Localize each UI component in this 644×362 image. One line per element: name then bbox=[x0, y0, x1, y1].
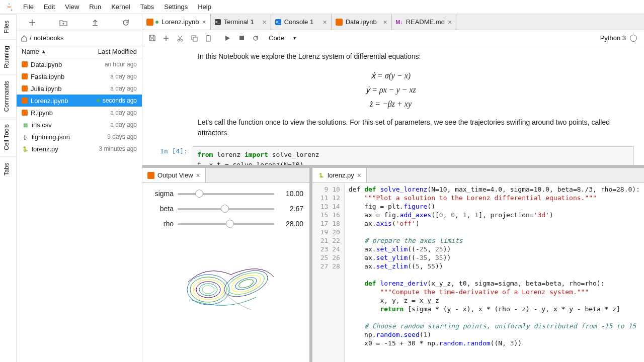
file-time-label: 3 minutes ago bbox=[99, 145, 137, 152]
code-content[interactable]: def def solve_lorenz(N=10, max_time=4.0,… bbox=[345, 183, 644, 362]
col-name[interactable]: Name▲ bbox=[17, 48, 84, 55]
file-time-label: a day ago bbox=[110, 73, 137, 80]
file-name-label: R.ipynb bbox=[31, 109, 53, 117]
file-row[interactable]: R.ipynba day ago bbox=[17, 107, 142, 119]
menu-settings[interactable]: Settings bbox=[159, 1, 193, 13]
file-row[interactable]: 🐍lorenz.py3 minutes ago bbox=[17, 143, 142, 155]
file-row[interactable]: Data.ipynban hour ago bbox=[17, 58, 142, 70]
close-icon[interactable]: × bbox=[196, 171, 200, 179]
notebook-icon bbox=[146, 19, 153, 26]
tab[interactable]: Lorenz.ipynb× bbox=[142, 14, 211, 30]
menu-help[interactable]: Help bbox=[193, 1, 216, 13]
notebook-toolbar: Code▾ Python 3 bbox=[142, 30, 644, 46]
slider-track[interactable] bbox=[178, 204, 274, 213]
tab-label: Terminal 1 bbox=[224, 18, 254, 26]
python-icon: 🐍 bbox=[22, 145, 29, 152]
slider-label: sigma bbox=[148, 190, 174, 198]
file-time-label: an hour ago bbox=[105, 61, 137, 68]
file-browser: / notebooks Name▲ Last Modified Data.ipy… bbox=[17, 14, 142, 362]
breadcrumb-item[interactable]: notebooks bbox=[34, 34, 64, 42]
menu-view[interactable]: View bbox=[60, 1, 84, 13]
output-view-tab[interactable]: Output View × bbox=[142, 168, 206, 183]
col-modified[interactable]: Last Modified bbox=[84, 48, 142, 55]
kernel-name[interactable]: Python 3 bbox=[600, 34, 626, 42]
notebook-icon bbox=[22, 110, 28, 116]
sidebar-tabs: FilesRunningCommandsCell ToolsTabs bbox=[0, 14, 17, 362]
equation: ẏ = ρx − y − xz bbox=[147, 84, 634, 96]
code-cell[interactable]: In [4]: from lorenz import solve_lorenzt… bbox=[147, 146, 634, 165]
editor-panel: 🐍 lorenz.py × 9 10 11 12 13 14 15 16 17 … bbox=[312, 168, 644, 362]
code-input[interactable]: from lorenz import solve_lorenzt, x_t = … bbox=[193, 146, 634, 165]
svg-point-12 bbox=[196, 282, 220, 298]
menu-kernel[interactable]: Kernel bbox=[106, 1, 135, 13]
run-button[interactable] bbox=[221, 32, 234, 44]
code-editor[interactable]: 9 10 11 12 13 14 15 16 17 18 19 20 21 22… bbox=[312, 183, 644, 362]
tab[interactable]: >_Console 1× bbox=[271, 14, 332, 30]
vtab-tabs[interactable]: Tabs bbox=[0, 156, 16, 182]
copy-button[interactable] bbox=[188, 32, 201, 44]
notebook-content[interactable]: In this Notebook we explore the Lorenz s… bbox=[142, 46, 644, 165]
new-folder-button[interactable] bbox=[58, 18, 68, 28]
menu-edit[interactable]: Edit bbox=[39, 1, 60, 13]
markdown-cell: In this Notebook we explore the Lorenz s… bbox=[198, 51, 634, 62]
slider-value: 2.67 bbox=[278, 205, 303, 213]
menubar: FileEditViewRunKernelTabsSettingsHelp bbox=[0, 0, 644, 14]
close-icon[interactable]: × bbox=[262, 18, 266, 26]
notebook-icon bbox=[22, 73, 28, 79]
vtab-commands[interactable]: Commands bbox=[0, 74, 16, 118]
svg-rect-5 bbox=[193, 37, 197, 41]
breadcrumb[interactable]: / notebooks bbox=[17, 31, 142, 45]
slider-label: rho bbox=[148, 220, 174, 228]
add-cell-button[interactable] bbox=[159, 32, 173, 44]
file-row[interactable]: Julia.ipynba day ago bbox=[17, 82, 142, 95]
vtab-files[interactable]: Files bbox=[0, 14, 16, 39]
tab[interactable]: >_Terminal 1× bbox=[211, 14, 271, 30]
slider-track[interactable] bbox=[178, 219, 274, 228]
slider-beta: beta2.67 bbox=[148, 204, 303, 213]
json-icon: {} bbox=[22, 133, 29, 140]
svg-point-19 bbox=[238, 278, 255, 289]
close-icon[interactable]: × bbox=[383, 18, 387, 26]
vtab-running[interactable]: Running bbox=[0, 39, 16, 74]
refresh-button[interactable] bbox=[121, 18, 131, 28]
file-row[interactable]: {}lightning.json9 days ago bbox=[17, 131, 142, 143]
cell-prompt: In [4]: bbox=[147, 146, 193, 165]
close-icon[interactable]: × bbox=[202, 18, 206, 26]
jupyter-logo bbox=[4, 2, 14, 12]
close-icon[interactable]: × bbox=[323, 18, 327, 26]
save-button[interactable] bbox=[145, 32, 158, 44]
file-time-label: a day ago bbox=[110, 109, 137, 116]
file-toolbar bbox=[17, 14, 142, 31]
kernel-status-icon[interactable] bbox=[630, 35, 637, 42]
close-icon[interactable]: × bbox=[357, 171, 361, 179]
restart-button[interactable] bbox=[249, 32, 262, 44]
markdown-cell: Let's call the function once to view the… bbox=[198, 117, 634, 138]
menu-run[interactable]: Run bbox=[84, 1, 106, 13]
close-icon[interactable]: × bbox=[448, 18, 452, 26]
console-icon: >_ bbox=[275, 19, 281, 25]
upload-button[interactable] bbox=[90, 18, 100, 28]
line-gutter: 9 10 11 12 13 14 15 16 17 18 19 20 21 22… bbox=[312, 183, 345, 362]
vtab-cell-tools[interactable]: Cell Tools bbox=[0, 118, 16, 156]
file-row[interactable]: ▦iris.csva day ago bbox=[17, 119, 142, 131]
svg-point-1 bbox=[11, 9, 13, 11]
tab[interactable]: M↓README.md× bbox=[392, 14, 456, 30]
lorenz-plot bbox=[155, 234, 296, 335]
home-icon[interactable] bbox=[21, 35, 28, 42]
file-row[interactable]: Lorenz.ipynbseconds ago bbox=[17, 95, 142, 107]
running-indicator bbox=[97, 99, 100, 102]
cut-button[interactable] bbox=[174, 32, 187, 44]
cell-type-select[interactable]: Code▾ bbox=[266, 33, 298, 43]
tab[interactable]: Data.ipynb× bbox=[332, 14, 392, 30]
slider-track[interactable] bbox=[178, 189, 274, 198]
svg-rect-8 bbox=[239, 36, 244, 40]
paste-button[interactable] bbox=[202, 32, 215, 44]
svg-point-9 bbox=[187, 275, 229, 305]
editor-tab[interactable]: 🐍 lorenz.py × bbox=[312, 168, 367, 183]
tab-label: Lorenz.ipynb bbox=[162, 18, 199, 26]
file-row[interactable]: Fasta.ipynba day ago bbox=[17, 70, 142, 82]
menu-file[interactable]: File bbox=[18, 1, 39, 13]
menu-tabs[interactable]: Tabs bbox=[135, 1, 159, 13]
stop-button[interactable] bbox=[235, 32, 248, 44]
new-launcher-button[interactable] bbox=[27, 18, 37, 28]
